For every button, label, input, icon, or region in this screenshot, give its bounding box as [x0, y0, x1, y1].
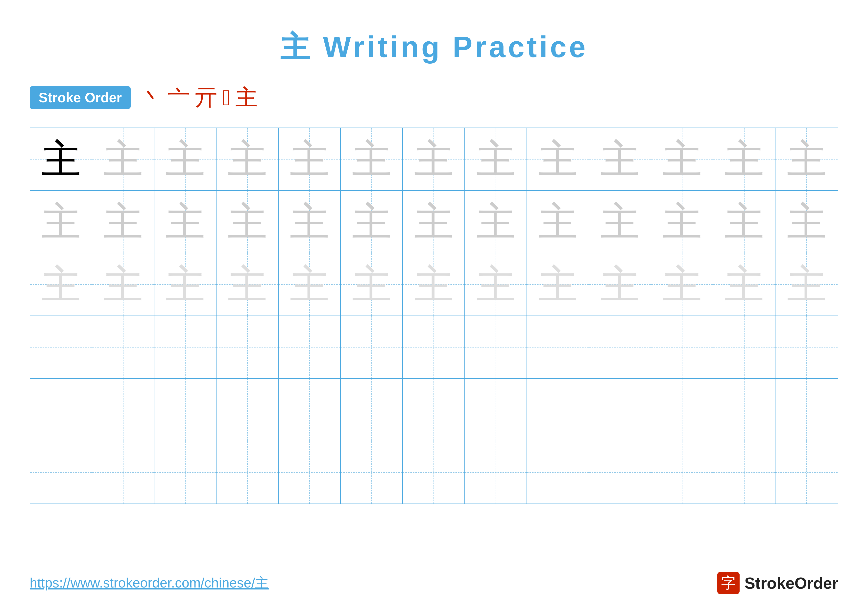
grid-cell-4-1[interactable] [30, 316, 92, 378]
grid-cell-5-7[interactable] [403, 379, 465, 441]
grid-cell-2-9: 主 [527, 191, 589, 253]
grid-cell-6-3[interactable] [154, 441, 217, 504]
char-ghost-light: 主 [662, 265, 702, 305]
stroke-1: 丶 [141, 82, 163, 113]
char-solid: 主 [41, 140, 81, 179]
grid-cell-6-13[interactable] [775, 441, 837, 504]
grid-cell-2-11: 主 [651, 191, 713, 253]
grid-cell-1-13: 主 [775, 128, 837, 190]
grid-cell-4-6[interactable] [341, 316, 403, 378]
grid-cell-6-12[interactable] [713, 441, 775, 504]
char-ghost: 主 [228, 140, 267, 179]
grid-cell-1-5: 主 [279, 128, 341, 190]
grid-cell-5-4[interactable] [217, 379, 279, 441]
grid-cell-6-10[interactable] [589, 441, 651, 504]
grid-cell-3-6: 主 [341, 253, 403, 316]
grid-row-2: 主 主 主 主 主 主 主 主 主 [30, 191, 838, 253]
char-ghost-light: 主 [104, 265, 143, 305]
grid-cell-4-4[interactable] [217, 316, 279, 378]
title-character: 主 [280, 30, 312, 64]
grid-cell-6-1[interactable] [30, 441, 92, 504]
char-ghost: 主 [600, 140, 640, 179]
grid-cell-5-6[interactable] [341, 379, 403, 441]
grid-cell-5-1[interactable] [30, 379, 92, 441]
grid-cell-2-12: 主 [713, 191, 775, 253]
grid-row-1: 主 主 主 主 主 主 主 主 主 [30, 128, 838, 191]
strokeorder-logo-icon: 字 [717, 572, 739, 594]
char-ghost: 主 [724, 202, 764, 242]
stroke-sequence: 丶 亠 亓 𠄠 主 [141, 82, 257, 113]
grid-cell-3-9: 主 [527, 253, 589, 316]
footer-url[interactable]: https://www.strokeorder.com/chinese/主 [30, 574, 269, 592]
grid-row-6 [30, 441, 838, 504]
grid-cell-6-8[interactable] [465, 441, 527, 504]
grid-cell-2-13: 主 [775, 191, 837, 253]
char-ghost: 主 [41, 202, 81, 242]
grid-cell-6-4[interactable] [217, 441, 279, 504]
grid-cell-5-10[interactable] [589, 379, 651, 441]
grid-cell-4-10[interactable] [589, 316, 651, 378]
grid-cell-5-9[interactable] [527, 379, 589, 441]
grid-cell-5-13[interactable] [775, 379, 837, 441]
char-ghost-light: 主 [290, 265, 329, 305]
grid-cell-1-4: 主 [217, 128, 279, 190]
grid-row-4 [30, 316, 838, 379]
char-ghost-light: 主 [724, 265, 764, 305]
grid-cell-4-11[interactable] [651, 316, 713, 378]
grid-cell-6-2[interactable] [92, 441, 154, 504]
footer-logo-text: StrokeOrder [744, 574, 838, 592]
char-ghost: 主 [538, 140, 578, 179]
char-ghost-light: 主 [414, 265, 454, 305]
char-ghost: 主 [290, 140, 329, 179]
grid-cell-1-1: 主 [30, 128, 92, 190]
grid-cell-6-6[interactable] [341, 441, 403, 504]
grid-cell-4-2[interactable] [92, 316, 154, 378]
char-ghost: 主 [724, 140, 764, 179]
grid-cell-2-6: 主 [341, 191, 403, 253]
grid-cell-2-7: 主 [403, 191, 465, 253]
char-ghost: 主 [787, 202, 826, 242]
grid-cell-6-5[interactable] [279, 441, 341, 504]
char-ghost: 主 [662, 202, 702, 242]
grid-cell-3-12: 主 [713, 253, 775, 316]
grid-cell-1-12: 主 [713, 128, 775, 190]
grid-cell-1-10: 主 [589, 128, 651, 190]
grid-cell-5-8[interactable] [465, 379, 527, 441]
practice-grid: 主 主 主 主 主 主 主 主 主 [30, 127, 838, 504]
page-title: 主 Writing Practice [280, 27, 588, 68]
grid-cell-4-7[interactable] [403, 316, 465, 378]
grid-cell-5-5[interactable] [279, 379, 341, 441]
grid-cell-3-1: 主 [30, 253, 92, 316]
grid-cell-3-5: 主 [279, 253, 341, 316]
grid-cell-6-7[interactable] [403, 441, 465, 504]
grid-cell-4-3[interactable] [154, 316, 217, 378]
char-ghost-light: 主 [228, 265, 267, 305]
grid-cell-1-11: 主 [651, 128, 713, 190]
grid-cell-4-5[interactable] [279, 316, 341, 378]
grid-cell-6-11[interactable] [651, 441, 713, 504]
grid-cell-4-13[interactable] [775, 316, 837, 378]
grid-cell-4-8[interactable] [465, 316, 527, 378]
stroke-5: 主 [235, 82, 257, 113]
grid-cell-2-3: 主 [154, 191, 217, 253]
title-label: Writing Practice [312, 30, 588, 64]
grid-cell-3-2: 主 [92, 253, 154, 316]
grid-cell-5-11[interactable] [651, 379, 713, 441]
grid-cell-1-6: 主 [341, 128, 403, 190]
char-ghost: 主 [352, 202, 391, 242]
grid-cell-4-9[interactable] [527, 316, 589, 378]
char-ghost: 主 [290, 202, 329, 242]
grid-cell-3-3: 主 [154, 253, 217, 316]
grid-cell-4-12[interactable] [713, 316, 775, 378]
char-ghost: 主 [600, 202, 640, 242]
grid-cell-1-9: 主 [527, 128, 589, 190]
grid-cell-5-12[interactable] [713, 379, 775, 441]
stroke-4: 𠄠 [222, 85, 230, 110]
char-ghost-light: 主 [787, 265, 826, 305]
grid-row-3: 主 主 主 主 主 主 主 主 主 [30, 253, 838, 316]
stroke-order-badge: Stroke Order [30, 86, 131, 109]
grid-cell-3-13: 主 [775, 253, 837, 316]
grid-cell-6-9[interactable] [527, 441, 589, 504]
grid-cell-5-3[interactable] [154, 379, 217, 441]
grid-cell-5-2[interactable] [92, 379, 154, 441]
